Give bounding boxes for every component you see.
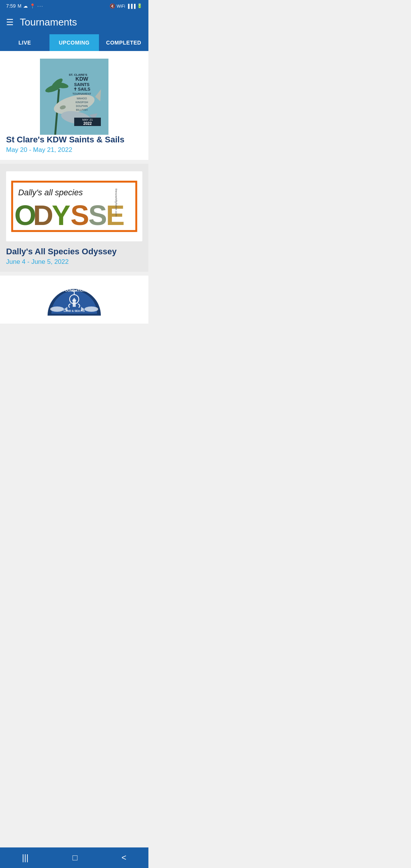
svg-text:KDW: KDW (75, 76, 88, 82)
tournament-image-kdw: ST. CLARE'S KDW SAINTS ✝ SAILS TOURNAMEN… (6, 59, 142, 135)
svg-text:Dally's all species: Dally's all species (18, 188, 83, 197)
svg-text:✝ SAILS: ✝ SAILS (73, 87, 90, 91)
svg-text:MAY 21: MAY 21 (82, 118, 93, 121)
tournament-card-odyssey[interactable]: Dally's all species O D Y S S E theozark… (0, 164, 148, 272)
mute-icon: 🔇 (110, 3, 115, 9)
svg-text:S: S (88, 199, 107, 231)
wifi-icon: WiFi (117, 4, 125, 8)
svg-text:FOUNDATION: FOUNDATION (63, 289, 85, 292)
menu-icon[interactable]: ☰ (6, 18, 14, 27)
svg-text:S: S (70, 199, 89, 231)
status-bar: 7:59 M ☁ 📍 ··· 🔇 WiFi ▐▐▐ 🔋 (0, 0, 148, 12)
svg-text:theozarkflyfisher.com: theozarkflyfisher.com (115, 188, 118, 217)
odyssey-image-wrapper: Dally's all species O D Y S S E theozark… (6, 171, 142, 241)
time-display: 7:59 (6, 3, 16, 9)
battery-icon: 🔋 (137, 3, 142, 8)
svg-text:DOLPHIN: DOLPHIN (76, 105, 88, 107)
status-right: 🔇 WiFi ▐▐▐ 🔋 (110, 3, 142, 9)
svg-text:TOURNAMENT: TOURNAMENT (72, 93, 91, 95)
header: ☰ Tournaments (0, 12, 148, 34)
svg-text:KINGFISH: KINGFISH (75, 101, 88, 104)
svg-point-37 (50, 306, 64, 312)
signal-icon: ▐▐▐ (127, 4, 135, 8)
tournament-card-landsea[interactable]: FOUNDATION LAND & SEA FIS (0, 276, 148, 324)
tournament-name-kdw: St Clare's KDW Saints & Sails (6, 135, 142, 145)
svg-text:LAND & SEA FIS: LAND & SEA FIS (64, 310, 85, 312)
tournament-card-kdw[interactable]: ST. CLARE'S KDW SAINTS ✝ SAILS TOURNAMEN… (0, 51, 148, 160)
page-title: Tournaments (20, 16, 77, 28)
svg-text:WAHOO: WAHOO (77, 97, 88, 100)
tournament-date-kdw: May 20 - May 21, 2022 (6, 146, 142, 154)
tab-live[interactable]: LIVE (0, 34, 49, 51)
content-area: ST. CLARE'S KDW SAINTS ✝ SAILS TOURNAMEN… (0, 51, 148, 324)
gmail-icon: M (18, 3, 21, 9)
tournament-name-odyssey: Dally's All Species Odyssey (6, 247, 142, 257)
cloud-icon: ☁ (23, 3, 28, 9)
tab-completed[interactable]: COMPLETED (99, 34, 148, 51)
svg-text:2022: 2022 (83, 121, 92, 126)
tab-upcoming[interactable]: UPCOMING (49, 34, 99, 51)
tournament-date-odyssey: June 4 - June 5, 2022 (6, 258, 142, 266)
location-icon: 📍 (30, 3, 35, 9)
more-icon: ··· (37, 3, 43, 9)
svg-text:D: D (33, 199, 53, 231)
tab-bar: LIVE UPCOMING COMPLETED (0, 34, 148, 51)
svg-rect-35 (73, 300, 76, 307)
svg-text:Y: Y (52, 199, 70, 231)
svg-text:BILLFISH: BILLFISH (76, 108, 88, 111)
status-left: 7:59 M ☁ 📍 ··· (6, 3, 43, 9)
svg-point-39 (84, 306, 98, 312)
svg-text:SAINTS: SAINTS (74, 82, 89, 87)
